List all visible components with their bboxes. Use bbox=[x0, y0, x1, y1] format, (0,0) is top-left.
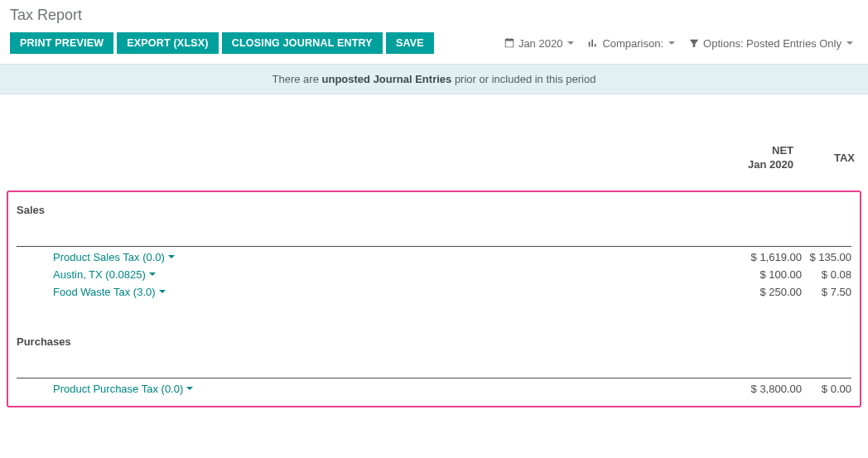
row-tax: $ 135.00 bbox=[802, 251, 851, 263]
table-row: Product Purchase Tax (0.0)$ 3,800.00$ 0.… bbox=[8, 380, 860, 398]
caret-down-icon bbox=[168, 255, 175, 258]
row-label-link[interactable]: Food Waste Tax (3.0) bbox=[17, 286, 166, 298]
date-filter[interactable]: Jan 2020 bbox=[499, 34, 580, 53]
row-label-link[interactable]: Product Sales Tax (0.0) bbox=[17, 251, 175, 263]
filter-icon bbox=[688, 37, 700, 49]
row-net: $ 250.00 bbox=[727, 286, 802, 298]
print-preview-button[interactable]: PRINT PREVIEW bbox=[10, 32, 113, 54]
date-filter-label: Jan 2020 bbox=[518, 37, 563, 50]
toolbar: PRINT PREVIEW EXPORT (XLSX) CLOSING JOUR… bbox=[0, 27, 868, 64]
section-title: Purchases bbox=[8, 329, 860, 351]
row-tax: $ 0.08 bbox=[802, 268, 851, 281]
net-label: NET bbox=[719, 144, 793, 158]
caret-down-icon bbox=[186, 387, 193, 390]
section-title: Sales bbox=[8, 197, 860, 219]
row-label-text: Product Purchase Tax (0.0) bbox=[53, 383, 183, 395]
row-label-text: Austin, TX (0.0825) bbox=[53, 268, 146, 281]
tax-column-header: TAX bbox=[810, 144, 855, 172]
row-net: $ 100.00 bbox=[727, 268, 802, 281]
column-headers: NET Jan 2020 TAX bbox=[2, 94, 866, 187]
net-column-header: NET Jan 2020 bbox=[719, 144, 793, 172]
info-bar: There are unposted Journal Entries prior… bbox=[0, 64, 868, 94]
row-tax: $ 0.00 bbox=[802, 383, 851, 395]
report-area: NET Jan 2020 TAX SalesProduct Sales Tax … bbox=[0, 94, 868, 407]
options-filter[interactable]: Options: Posted Entries Only bbox=[683, 34, 858, 53]
calendar-icon bbox=[504, 37, 515, 49]
table-row: Food Waste Tax (3.0)$ 250.00$ 7.50 bbox=[8, 283, 860, 301]
caret-down-icon bbox=[567, 41, 574, 45]
row-label-link[interactable]: Austin, TX (0.0825) bbox=[17, 268, 156, 281]
options-filter-label: Options: Posted Entries Only bbox=[703, 37, 841, 50]
table-row: Product Sales Tax (0.0)$ 1,619.00$ 135.0… bbox=[8, 248, 860, 266]
bar-chart-icon bbox=[587, 37, 599, 49]
row-net: $ 1,619.00 bbox=[727, 251, 802, 263]
caret-down-icon bbox=[149, 272, 156, 276]
comparison-filter-label: Comparison: bbox=[602, 37, 663, 50]
row-tax: $ 7.50 bbox=[802, 286, 851, 298]
save-button[interactable]: SAVE bbox=[386, 32, 434, 54]
caret-down-icon bbox=[846, 41, 853, 45]
caret-down-icon bbox=[159, 290, 166, 293]
table-row: Austin, TX (0.0825)$ 100.00$ 0.08 bbox=[8, 266, 860, 283]
caret-down-icon bbox=[668, 41, 675, 45]
section-rule bbox=[17, 378, 851, 378]
highlight-box: SalesProduct Sales Tax (0.0)$ 1,619.00$ … bbox=[7, 190, 861, 407]
info-bar-bold: unposted Journal Entries bbox=[322, 73, 452, 85]
page-title: Tax Report bbox=[0, 0, 868, 27]
section-rule bbox=[17, 246, 851, 247]
row-net: $ 3,800.00 bbox=[727, 383, 802, 395]
info-bar-suffix: prior or included in this period bbox=[451, 73, 596, 85]
comparison-filter[interactable]: Comparison: bbox=[582, 34, 680, 53]
closing-journal-entry-button[interactable]: CLOSING JOURNAL ENTRY bbox=[222, 32, 383, 54]
row-label-link[interactable]: Product Purchase Tax (0.0) bbox=[17, 383, 193, 395]
info-bar-prefix: There are bbox=[272, 73, 322, 85]
net-period: Jan 2020 bbox=[719, 158, 793, 172]
export-xlsx-button[interactable]: EXPORT (XLSX) bbox=[117, 32, 218, 54]
row-label-text: Product Sales Tax (0.0) bbox=[53, 251, 165, 263]
action-buttons: PRINT PREVIEW EXPORT (XLSX) CLOSING JOUR… bbox=[10, 32, 434, 54]
row-label-text: Food Waste Tax (3.0) bbox=[53, 286, 156, 298]
